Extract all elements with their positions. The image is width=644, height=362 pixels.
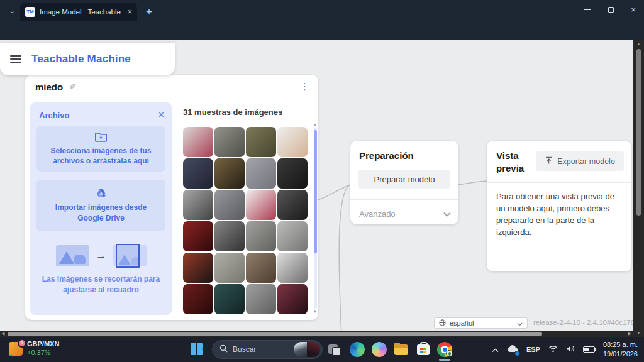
sample-images-grid[interactable] bbox=[183, 127, 308, 314]
browser-tab[interactable]: TM Image Model - Teachable Mach × bbox=[20, 3, 137, 21]
teachable-machine-favicon: TM bbox=[25, 7, 35, 17]
panel-title: Archivo bbox=[39, 111, 69, 120]
tray-chevron-up-icon[interactable] bbox=[492, 344, 499, 355]
vertical-scrollbar-thumb[interactable] bbox=[636, 49, 641, 216]
samples-scrollbar-thumb[interactable] bbox=[314, 130, 317, 253]
microsoft-store-button[interactable] bbox=[416, 342, 431, 357]
scroll-up-icon[interactable]: ▲ bbox=[636, 41, 641, 46]
volume-icon[interactable] bbox=[566, 344, 575, 355]
preview-help-text: Para obtener una vista previa de un mode… bbox=[496, 191, 622, 238]
sample-image[interactable] bbox=[277, 127, 308, 157]
sample-image[interactable] bbox=[183, 127, 213, 157]
sample-image[interactable] bbox=[214, 221, 245, 251]
chrome-button-active[interactable] bbox=[437, 342, 452, 357]
sample-image[interactable] bbox=[277, 158, 308, 189]
file-upload-panel: Archivo × Selecciona imágenes de tus arc… bbox=[30, 102, 172, 315]
taskbar-search[interactable]: Buscar bbox=[212, 340, 323, 359]
tab-search-button[interactable]: ⌄ bbox=[5, 4, 19, 17]
wifi-icon[interactable] bbox=[548, 344, 558, 355]
scroll-down-icon[interactable]: ▼ bbox=[636, 331, 641, 335]
taskbar-clock[interactable]: 08:25 a. m. 19/01/2026 bbox=[603, 340, 641, 359]
sample-image[interactable] bbox=[183, 190, 213, 220]
chevron-down-icon bbox=[517, 317, 523, 329]
advanced-label: Avanzado bbox=[359, 209, 396, 219]
sample-image[interactable] bbox=[277, 253, 308, 283]
battery-icon[interactable] bbox=[583, 346, 595, 353]
taskbar-widget[interactable]: 1 ▲ GBP/MXN +0.37% bbox=[5, 339, 63, 359]
sample-image[interactable] bbox=[214, 158, 245, 189]
sample-image[interactable] bbox=[246, 158, 276, 189]
start-button[interactable] bbox=[191, 343, 203, 356]
sample-image[interactable] bbox=[214, 253, 245, 283]
import-drive-button[interactable]: Importar imágenes desde Google Drive bbox=[36, 180, 165, 231]
page-horizontal-scrollbar[interactable]: ◀ ▶ bbox=[0, 331, 633, 337]
horizontal-scrollbar-thumb[interactable] bbox=[8, 332, 542, 336]
sample-image[interactable] bbox=[183, 284, 213, 314]
class-menu-icon[interactable]: ⋮ bbox=[300, 81, 309, 92]
class-card-miedo: miedo ✎ ⋮ Archivo × Selecciona imágenes … bbox=[25, 75, 318, 320]
system-tray: ESP 08:25 a. m. 19/01/2026 bbox=[492, 337, 641, 362]
sample-image[interactable] bbox=[183, 221, 213, 251]
arrow-right-icon: → bbox=[96, 250, 106, 261]
training-card: Preparación Preparar modelo Avanzado bbox=[350, 141, 458, 224]
sample-image[interactable] bbox=[214, 190, 245, 220]
hamburger-menu-icon[interactable] bbox=[10, 55, 21, 63]
page-content: Teachable Machine miedo ✎ ⋮ Archivo × Se… bbox=[0, 40, 644, 337]
copilot-button[interactable] bbox=[372, 342, 387, 357]
panel-close-icon[interactable]: × bbox=[158, 110, 164, 120]
cropped-image-icon bbox=[113, 245, 147, 266]
train-model-button[interactable]: Preparar modelo bbox=[358, 170, 450, 189]
preview-card: Vista previa Exportar modelo Para obtene… bbox=[487, 141, 631, 272]
language-value: español bbox=[450, 319, 513, 327]
sample-image[interactable] bbox=[246, 127, 276, 157]
sample-image[interactable] bbox=[183, 158, 213, 189]
keyboard-language[interactable]: ESP bbox=[526, 346, 540, 353]
sample-image[interactable] bbox=[214, 127, 245, 157]
sample-image[interactable] bbox=[277, 190, 308, 220]
advanced-section-toggle[interactable]: Avanzado bbox=[359, 206, 451, 221]
edge-browser-button[interactable] bbox=[350, 342, 365, 357]
window-close-button[interactable]: × bbox=[621, 0, 644, 19]
app-title[interactable]: Teachable Machine bbox=[31, 53, 131, 65]
divider bbox=[487, 182, 631, 183]
page-vertical-scrollbar[interactable]: ▲ ▼ bbox=[633, 40, 644, 337]
choose-files-label: Selecciona imágenes de tus archivos o ar… bbox=[44, 146, 158, 166]
tab-close-icon[interactable]: × bbox=[127, 7, 132, 16]
app-header: Teachable Machine bbox=[0, 43, 175, 75]
search-placeholder: Buscar bbox=[233, 345, 289, 354]
onedrive-icon[interactable] bbox=[507, 344, 518, 355]
language-select[interactable]: español bbox=[434, 317, 528, 329]
sample-image[interactable] bbox=[246, 253, 276, 283]
scroll-up-icon[interactable]: ▲ bbox=[313, 123, 317, 126]
export-model-label: Exportar modelo bbox=[557, 157, 615, 166]
chevron-down-icon bbox=[443, 208, 451, 219]
edit-class-name-icon[interactable]: ✎ bbox=[69, 82, 76, 92]
export-model-button[interactable]: Exportar modelo bbox=[536, 151, 624, 171]
sample-image[interactable] bbox=[246, 190, 276, 220]
sample-image[interactable] bbox=[277, 284, 308, 314]
file-explorer-button[interactable] bbox=[394, 342, 409, 357]
version-label: release-2-4-10 - 2.4.10#40c178 bbox=[533, 319, 635, 326]
window-minimize-button[interactable] bbox=[575, 0, 599, 19]
choose-files-button[interactable]: Selecciona imágenes de tus archivos o ar… bbox=[36, 126, 165, 172]
search-icon bbox=[219, 344, 228, 355]
window-restore-button[interactable] bbox=[599, 0, 623, 19]
scroll-right-icon[interactable]: ▶ bbox=[628, 331, 631, 336]
new-tab-button[interactable]: + bbox=[142, 5, 156, 19]
samples-scrollbar[interactable] bbox=[314, 128, 317, 309]
sample-image[interactable] bbox=[183, 253, 213, 283]
search-highlight-image[interactable] bbox=[294, 342, 320, 357]
browser-titlebar: ⌄ TM Image Model - Teachable Mach × + × bbox=[0, 0, 644, 21]
folder-plus-icon bbox=[95, 132, 107, 142]
sample-image[interactable] bbox=[214, 284, 245, 314]
date-label: 19/01/2026 bbox=[603, 349, 638, 359]
sample-image[interactable] bbox=[246, 284, 276, 314]
sample-image[interactable] bbox=[246, 221, 276, 251]
scroll-left-icon[interactable]: ◀ bbox=[1, 331, 4, 336]
sample-image[interactable] bbox=[277, 221, 308, 251]
upload-icon bbox=[545, 156, 553, 167]
scroll-down-icon[interactable]: ▼ bbox=[313, 310, 317, 314]
original-image-icon bbox=[56, 245, 89, 266]
class-card-header: miedo ✎ ⋮ bbox=[25, 75, 318, 99]
task-view-button[interactable] bbox=[327, 342, 342, 357]
